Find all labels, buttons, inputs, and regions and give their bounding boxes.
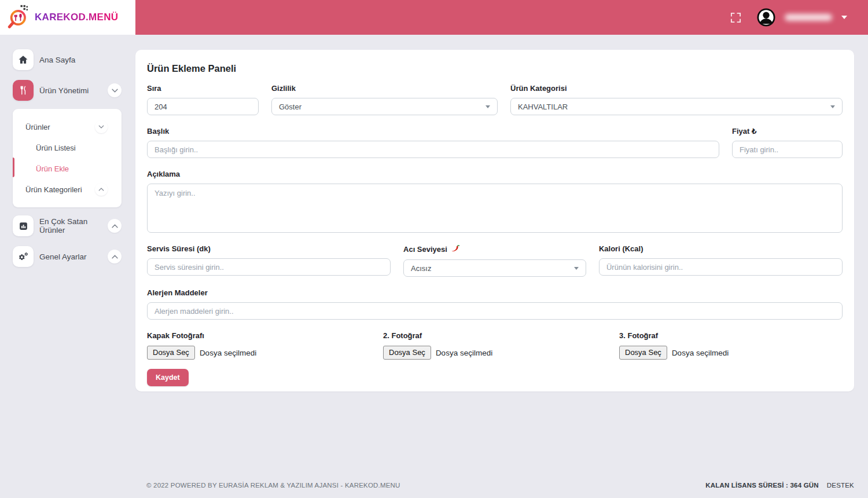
chevron-down-icon[interactable] xyxy=(108,83,122,97)
caret-down-icon xyxy=(830,105,835,108)
bar-chart-icon xyxy=(13,215,34,236)
sidebar-item-label: Ana Sayfa xyxy=(39,56,75,64)
servis-label: Servis Süresi (dk) xyxy=(147,244,391,254)
sidebar-item-urunler[interactable]: Ürünler xyxy=(13,116,122,137)
page-title: Ürün Ekleme Paneli xyxy=(147,63,843,74)
caret-down-icon xyxy=(574,267,579,270)
fiyat-label: Fiyat ₺ xyxy=(732,127,843,136)
sidebar-submenu: Ürünler Ürün Listesi Ürün Ekle Ürün Kate… xyxy=(13,109,122,207)
user-name-blurred xyxy=(785,14,832,21)
foto3-label: 3. Fotoğraf xyxy=(619,331,843,340)
support-link[interactable]: DESTEK xyxy=(827,482,854,489)
active-item-indicator xyxy=(13,158,14,177)
baslik-label: Başlık xyxy=(147,127,719,136)
sidebar-item-urun-listesi[interactable]: Ürün Listesi xyxy=(13,137,122,158)
home-icon xyxy=(13,49,34,70)
footer: © 2022 POWERED BY EURASİA REKLAM & YAZIL… xyxy=(146,482,854,489)
alerjen-input[interactable] xyxy=(147,302,843,320)
gizlilik-selected-value: Göster xyxy=(279,102,301,111)
foto3-file-status: Dosya seçilmedi xyxy=(672,349,729,357)
sidebar-item-label: Genel Ayarlar xyxy=(39,252,87,261)
copyright-text: © 2022 POWERED BY EURASİA REKLAM & YAZIL… xyxy=(146,482,400,489)
submenu-item-label: Ürün Listesi xyxy=(36,144,76,152)
submenu-item-label: Ürün Kategorileri xyxy=(25,185,82,194)
aciklama-label: Açıklama xyxy=(147,170,843,179)
sidebar-item-ana-sayfa[interactable]: Ana Sayfa xyxy=(0,49,135,70)
utensils-icon xyxy=(13,80,34,101)
gizlilik-label: Gizlilik xyxy=(271,84,498,93)
kapak-foto-label: Kapak Fotoğrafı xyxy=(147,331,370,340)
aci-select[interactable]: Acısız xyxy=(403,259,586,277)
gears-icon xyxy=(13,246,34,267)
sira-label: Sıra xyxy=(147,84,259,93)
foto2-label: 2. Fotoğraf xyxy=(383,331,606,340)
license-remaining-text: KALAN LİSANS SÜRESİ : 364 GÜN xyxy=(705,482,819,489)
gizlilik-select[interactable]: Göster xyxy=(271,98,498,115)
fiyat-input[interactable] xyxy=(732,141,843,158)
main-content: Ürün Ekleme Paneli Sıra Gizlilik Göster … xyxy=(135,35,868,498)
sidebar-item-urun-yonetimi[interactable]: Ürün Yönetimi xyxy=(0,80,135,101)
save-button[interactable]: Kaydet xyxy=(147,369,189,386)
aci-selected-value: Acısız xyxy=(411,264,431,273)
sira-input[interactable] xyxy=(147,98,259,115)
submenu-item-label: Ürün Ekle xyxy=(36,164,69,173)
foto3-file-button[interactable]: Dosya Seç xyxy=(619,346,667,360)
sidebar-item-genel-ayarlar[interactable]: Genel Ayarlar xyxy=(0,246,135,267)
kapak-foto-file-status: Dosya seçilmedi xyxy=(200,349,256,357)
chevron-down-icon[interactable] xyxy=(95,120,108,133)
chevron-up-icon[interactable] xyxy=(95,183,108,196)
sidebar-item-label: En Çok Satan Ürünler xyxy=(39,217,108,235)
fullscreen-icon[interactable] xyxy=(729,11,742,24)
foto2-file-button[interactable]: Dosya Seç xyxy=(383,346,431,360)
kapak-foto-file-button[interactable]: Dosya Seç xyxy=(147,346,195,360)
aciklama-textarea[interactable] xyxy=(147,184,843,233)
alerjen-label: Alerjen Maddeler xyxy=(147,288,843,298)
kategori-selected-value: KAHVALTILAR xyxy=(518,102,568,111)
sidebar: Ana Sayfa Ürün Yönetimi Ürünler Ürün Lis… xyxy=(0,35,135,498)
sidebar-item-label: Ürün Yönetimi xyxy=(39,86,89,95)
chevron-up-icon[interactable] xyxy=(108,219,122,233)
user-menu-caret-icon[interactable] xyxy=(841,16,847,19)
top-header: KAREKOD.MENÜ xyxy=(0,0,868,35)
foto2-file-status: Dosya seçilmedi xyxy=(436,349,492,357)
product-add-panel: Ürün Ekleme Paneli Sıra Gizlilik Göster … xyxy=(135,50,854,391)
kategori-label: Ürün Kategorisi xyxy=(510,84,843,93)
baslik-input[interactable] xyxy=(147,141,719,158)
sidebar-item-en-cok-satan[interactable]: En Çok Satan Ürünler xyxy=(0,215,135,236)
kalori-label: Kalori (Kcal) xyxy=(599,244,843,254)
logo-icon xyxy=(8,3,31,32)
sidebar-item-urun-kategorileri[interactable]: Ürün Kategorileri xyxy=(13,179,122,200)
sidebar-item-urun-ekle[interactable]: Ürün Ekle xyxy=(13,158,122,179)
kalori-input[interactable] xyxy=(599,258,843,276)
chili-pepper-icon xyxy=(451,244,459,255)
logo-text: KAREKOD.MENÜ xyxy=(35,12,118,23)
kategori-select[interactable]: KAHVALTILAR xyxy=(510,98,843,115)
logo[interactable]: KAREKOD.MENÜ xyxy=(0,0,135,35)
user-avatar[interactable] xyxy=(757,8,775,27)
aci-label: Acı Seviyesi xyxy=(403,245,447,254)
servis-input[interactable] xyxy=(147,258,391,276)
caret-down-icon xyxy=(486,105,490,108)
chevron-up-icon[interactable] xyxy=(108,250,122,263)
submenu-item-label: Ürünler xyxy=(25,123,50,131)
